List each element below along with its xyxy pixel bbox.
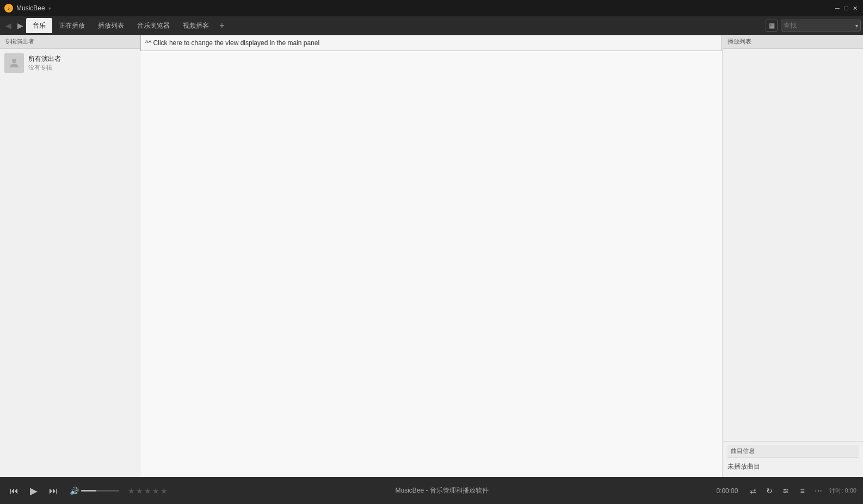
- maximize-button[interactable]: □: [842, 4, 850, 12]
- shuffle-button[interactable]: ⇄: [747, 484, 760, 497]
- title-bar-arrow: ▾: [48, 5, 51, 11]
- search-dropdown-icon[interactable]: ▾: [855, 23, 858, 29]
- tab-playlist[interactable]: 播放列表: [91, 18, 131, 33]
- volume-icon: 🔊: [70, 487, 79, 495]
- sidebar-header: 专辑演出者: [0, 35, 140, 49]
- person-icon: [8, 57, 21, 70]
- star-4[interactable]: ★: [152, 487, 159, 495]
- repeat-button[interactable]: ↻: [763, 484, 776, 497]
- left-sidebar: 专辑演出者 所有演出者 没有专辑: [0, 35, 140, 477]
- star-5[interactable]: ★: [161, 487, 168, 495]
- window-controls: ─ □ ✕: [834, 4, 859, 12]
- tab-browser[interactable]: 音乐浏览器: [131, 18, 176, 33]
- tab-video[interactable]: 视频播客: [176, 18, 215, 33]
- counter-label: 计时: 0:00: [829, 487, 856, 495]
- svg-point-0: [12, 59, 16, 63]
- nav-bar: ◀ ▶ 音乐 正在播放 播放列表 音乐浏览器 视频播客 + ▦ ▾: [0, 16, 863, 35]
- next-button[interactable]: ⏭: [46, 483, 61, 499]
- tab-music[interactable]: 音乐: [26, 18, 52, 33]
- rating-section: ★ ★ ★ ★ ★: [128, 487, 168, 495]
- minimize-button[interactable]: ─: [834, 4, 841, 12]
- tab-now-playing[interactable]: 正在播放: [52, 18, 91, 33]
- prev-button[interactable]: ⏮: [7, 483, 22, 499]
- volume-fill: [81, 490, 96, 491]
- center-panel: ^^ Click here to change the view display…: [140, 35, 723, 477]
- eq-button[interactable]: ≋: [779, 484, 792, 497]
- star-3[interactable]: ★: [144, 487, 151, 495]
- extra2-button[interactable]: ⋯: [812, 484, 825, 497]
- panel-toggle-button[interactable]: ▦: [766, 20, 778, 32]
- star-1[interactable]: ★: [128, 487, 135, 495]
- player-right-controls: ⇄ ↻ ≋ ≡ ⋯: [747, 484, 825, 497]
- right-panel: 播放列表 曲目信息 未播放曲目: [723, 35, 863, 477]
- playlist-header: 播放列表: [723, 35, 863, 49]
- list-item[interactable]: 所有演出者 没有专辑: [0, 51, 140, 75]
- volume-slider[interactable]: [81, 490, 119, 491]
- play-button[interactable]: ▶: [25, 482, 42, 500]
- artist-info: 所有演出者 没有专辑: [28, 54, 61, 72]
- center-content-area: [140, 50, 722, 477]
- nav-back-button[interactable]: ◀: [2, 18, 14, 33]
- player-time: 0:00:00: [716, 487, 738, 495]
- volume-section: 🔊: [70, 487, 119, 495]
- close-button[interactable]: ✕: [851, 4, 859, 12]
- add-tab-button[interactable]: +: [215, 18, 229, 33]
- search-box[interactable]: ▾: [781, 20, 861, 32]
- extra-button[interactable]: ≡: [796, 484, 809, 497]
- title-bar-left: ♪ MusicBee ▾: [4, 4, 51, 13]
- player-title: MusicBee - 音乐管理和播放软件: [172, 486, 712, 495]
- nav-right: ▦ ▾: [766, 20, 861, 32]
- title-bar: ♪ MusicBee ▾ ─ □ ✕: [0, 0, 863, 16]
- main-content: 专辑演出者 所有演出者 没有专辑 ^^ Click her: [0, 35, 863, 477]
- nav-forward-button[interactable]: ▶: [14, 18, 26, 33]
- artist-list[interactable]: 所有演出者 没有专辑: [0, 49, 140, 477]
- app-title: MusicBee: [16, 4, 45, 12]
- player-bar: ⏮ ▶ ⏭ 🔊 ★ ★ ★ ★ ★ MusicBee - 音乐管理和播放软件 0…: [0, 477, 863, 504]
- artist-avatar: [4, 53, 24, 73]
- app-logo-icon: ♪: [4, 4, 13, 13]
- star-2[interactable]: ★: [136, 487, 143, 495]
- panel-change-tooltip[interactable]: ^^ Click here to change the view display…: [140, 35, 722, 51]
- search-input[interactable]: [784, 22, 854, 29]
- track-info-section: 曲目信息 未播放曲目: [723, 441, 863, 477]
- transport-controls: ⏮ ▶ ⏭: [7, 482, 61, 500]
- track-info-header: 曲目信息: [728, 445, 859, 458]
- track-info-value: 未播放曲目: [728, 460, 859, 474]
